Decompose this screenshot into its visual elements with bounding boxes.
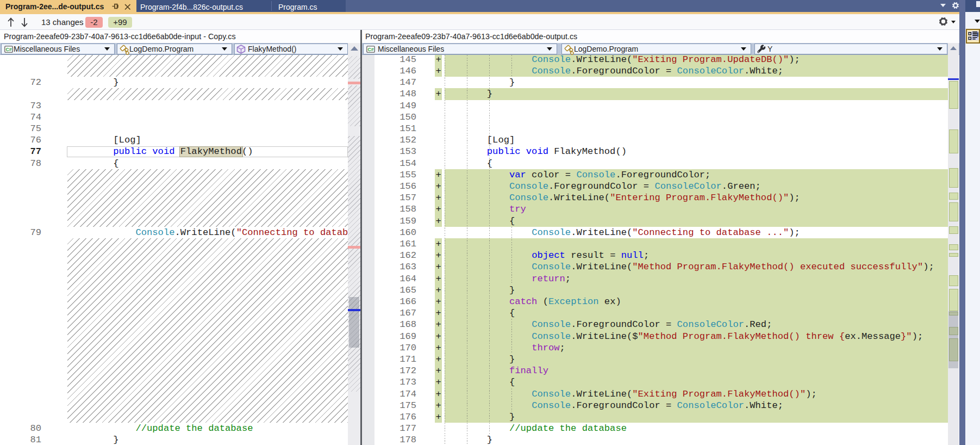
svg-text:C#: C#: [367, 46, 373, 52]
svg-text:C#: C#: [5, 46, 11, 52]
